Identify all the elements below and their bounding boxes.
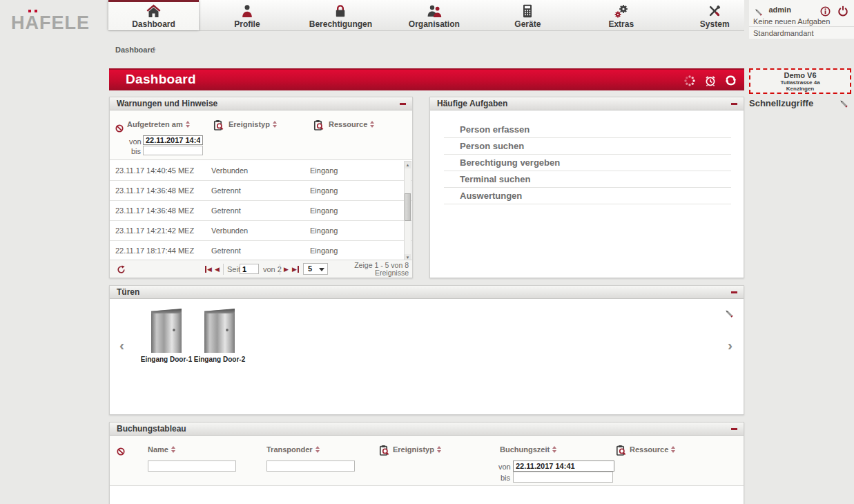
warnings-panel: Warnungen und Hinweise Aufgetreten am Er… [109, 97, 413, 278]
column-ereignistyp[interactable]: Ereignistyp [229, 120, 277, 128]
tools-icon [670, 3, 760, 19]
column-name[interactable]: Name [148, 445, 175, 454]
page-number-input[interactable] [240, 264, 259, 274]
column-ereignistyp[interactable]: Ereignistyp [393, 445, 441, 454]
bookings-panel-title: Buchungstableau [117, 423, 186, 436]
sort-icon [437, 446, 441, 453]
demo-environment-badge: Demo V6 Tullastrasse 4a Kenzingen [749, 68, 851, 94]
door-image [204, 309, 235, 353]
minimize-button[interactable] [400, 103, 406, 105]
door-label: Eingang Door-2 [188, 356, 251, 363]
table-row[interactable]: 23.11.17 14:21:42 MEZVerbundenEingang [110, 221, 412, 241]
tab-dashboard[interactable]: Dashboard [108, 0, 199, 30]
reload-icon[interactable] [117, 264, 126, 274]
page-total-label: von 2 [263, 265, 282, 273]
info-icon[interactable] [820, 5, 831, 17]
doors-panel-title: Türen [117, 286, 139, 299]
table-row[interactable]: 23.11.17 14:36:48 MEZGetrenntEingang [110, 181, 412, 201]
scroll-up-icon[interactable]: ▲ [405, 162, 411, 168]
next-page-icon[interactable]: ▶ [284, 266, 289, 273]
frequent-tasks-panel: Häufige Aufgaben Person erfassen Person … [429, 97, 744, 278]
calculator-icon [483, 3, 573, 19]
column-ressource[interactable]: Ressource [630, 445, 675, 454]
door-item[interactable]: Eingang Door-2 [188, 309, 251, 363]
tab-organisation[interactable]: Organisation [389, 0, 479, 30]
edit-user-pencil-icon[interactable] [753, 5, 763, 17]
main-nav: Dashboard Profile Berechtigungen Organis… [108, 0, 744, 31]
page-title-bar: Dashboard [109, 68, 744, 90]
filter-clipboard-icon[interactable] [379, 443, 389, 456]
column-ressource[interactable]: Ressource [329, 120, 374, 128]
column-transponder[interactable]: Transponder [266, 445, 320, 454]
home-icon [108, 3, 199, 19]
transponder-filter-input[interactable] [266, 461, 355, 472]
quick-access-edit-pencil-icon[interactable] [838, 97, 848, 109]
bis-label: bis [131, 147, 141, 155]
minimize-button[interactable] [731, 291, 737, 293]
warnings-panel-header: Warnungen und Hinweise [110, 97, 412, 110]
task-link-person-erfassen[interactable]: Person erfassen [444, 122, 731, 138]
page-size-select[interactable]: 5 [303, 263, 328, 275]
carousel-right-icon[interactable]: › [728, 337, 732, 353]
carousel-left-icon[interactable]: ‹ [119, 337, 124, 353]
task-link-person-suchen[interactable]: Person suchen [444, 138, 731, 155]
person-icon [202, 3, 292, 19]
tab-label: Extras [576, 19, 666, 29]
tab-system[interactable]: System [670, 0, 760, 30]
von-date-input[interactable] [143, 135, 203, 145]
column-aufgetreten-am[interactable]: Aufgetreten am [127, 120, 190, 128]
bookings-panel: Buchungstableau Name Transponder Ereigni… [109, 422, 744, 504]
demo-line2: Tullastrasse 4a [750, 79, 850, 86]
prev-page-icon[interactable]: ◀ [215, 266, 220, 273]
task-link-berechtigung-vergeben[interactable]: Berechtigung vergeben [444, 155, 731, 171]
first-page-icon[interactable]: ◀ [205, 266, 212, 273]
filter-clipboard-icon[interactable] [213, 118, 224, 130]
sort-icon [186, 121, 190, 128]
logout-power-icon[interactable] [837, 4, 848, 17]
tab-extras[interactable]: Extras [576, 0, 666, 30]
alarm-clock-icon[interactable] [704, 74, 717, 87]
door-image [151, 309, 182, 353]
filter-clipboard-icon[interactable] [616, 443, 626, 456]
table-row[interactable]: 23.11.17 14:36:48 MEZGetrenntEingang [110, 201, 412, 221]
quick-access-title: Schnellzugriffe [749, 98, 813, 108]
people-icon [389, 3, 479, 19]
mandant-label[interactable]: Standardmandant [753, 29, 813, 37]
last-page-icon[interactable]: ▶ [292, 266, 299, 273]
task-link-auswertungen[interactable]: Auswertungen [444, 188, 731, 204]
vertical-scrollbar[interactable]: ▲ ▼ [404, 161, 411, 262]
minimize-button[interactable] [731, 428, 737, 430]
spinner-icon[interactable] [683, 74, 696, 87]
bis-date-input[interactable] [143, 146, 203, 155]
tab-profile[interactable]: Profile [202, 0, 292, 30]
pager-divider [223, 264, 224, 275]
tasks-status[interactable]: Keine neuen Aufgaben [753, 17, 830, 26]
pager-divider [280, 264, 280, 275]
von-label: von [129, 137, 142, 146]
scrollbar-thumb[interactable] [405, 193, 411, 221]
buchungszeit-bis-input[interactable] [513, 472, 613, 483]
name-filter-input[interactable] [148, 461, 236, 472]
filter-clipboard-icon[interactable] [313, 118, 324, 130]
haefele-logo: HAFELE [11, 12, 90, 34]
table-row[interactable]: 22.11.17 18:17:44 MEZGetrenntEingang [110, 241, 412, 261]
doors-panel: Türen ‹ › Eingang Door-1 Eingang Door-2 [109, 285, 744, 415]
minimize-button[interactable] [731, 103, 737, 105]
buchungszeit-von-input[interactable] [513, 461, 614, 472]
username[interactable]: admin [768, 6, 790, 14]
doors-edit-pencil-icon[interactable] [724, 307, 734, 319]
sort-icon [671, 446, 675, 453]
sort-icon [273, 121, 277, 128]
table-row[interactable]: 23.11.17 14:40:45 MEZVerbundenEingang [110, 161, 412, 181]
breadcrumb[interactable]: Dashboard [115, 46, 155, 54]
refresh-icon[interactable] [724, 74, 737, 87]
column-buchungszeit[interactable]: Buchungszeit [500, 445, 556, 454]
demo-line1: Demo V6 [750, 71, 850, 79]
tab-geraete[interactable]: Geräte [483, 0, 573, 30]
block-icon[interactable] [117, 445, 125, 457]
sort-icon [370, 121, 374, 128]
task-link-terminal-suchen[interactable]: Terminal suchen [444, 171, 731, 188]
block-icon[interactable] [115, 122, 124, 134]
demo-line3: Kenzingen [750, 86, 850, 92]
tab-berechtigungen[interactable]: Berechtigungen [295, 0, 386, 30]
